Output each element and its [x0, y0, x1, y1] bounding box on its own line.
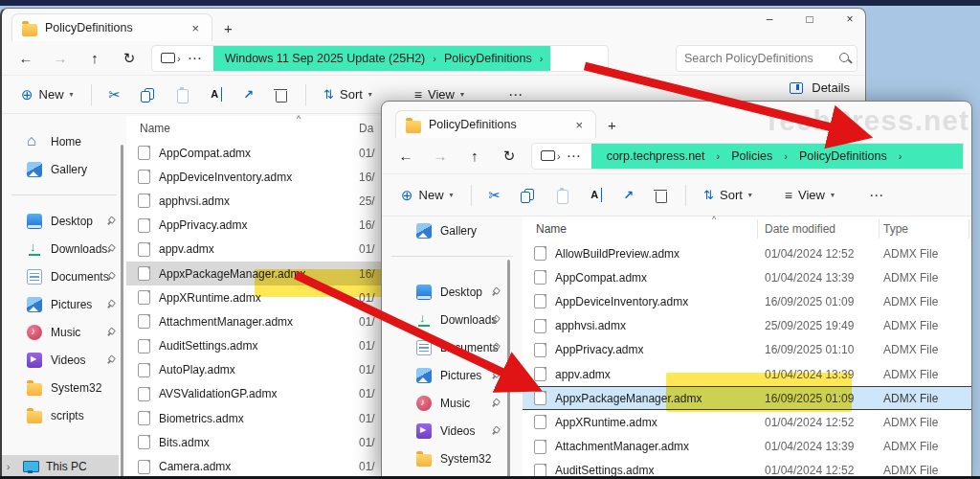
up-icon[interactable]: ↑ — [458, 148, 491, 164]
search-input[interactable] — [684, 52, 838, 65]
address-bar[interactable]: › ⋯ corp.techpress.net › Policies › Poli… — [531, 143, 964, 170]
breadcrumb-segment[interactable]: PolicyDefinitions — [790, 149, 897, 163]
new-tab-button[interactable]: + — [224, 20, 233, 36]
sidebar-item-icon — [27, 214, 42, 229]
breadcrumb-overflow-icon[interactable]: ⋯ — [183, 50, 208, 67]
column-header-date[interactable]: Date modified — [765, 222, 883, 236]
delete-button[interactable] — [645, 180, 676, 211]
back-icon[interactable]: ← — [390, 148, 422, 164]
rename-button[interactable] — [581, 180, 612, 211]
breadcrumb-segment[interactable]: corp.techpress.net — [597, 149, 715, 163]
tab-close-icon[interactable]: × — [189, 21, 202, 35]
sidebar-item[interactable]: Pictures — [382, 361, 523, 389]
sidebar-item[interactable]: scripts — [2, 401, 126, 429]
sidebar-item-this-pc[interactable]: › This PC — [2, 455, 119, 478]
sidebar-item[interactable]: Desktop — [2, 207, 126, 235]
sidebar-item-icon — [416, 368, 432, 383]
chevron-right-icon[interactable]: › — [7, 462, 10, 472]
up-icon[interactable]: ↑ — [78, 50, 111, 66]
column-header-name[interactable]: Name — [523, 222, 765, 236]
minimize-button[interactable]: – — [762, 12, 777, 26]
sidebar-item-icon — [27, 269, 42, 285]
this-pc-icon[interactable] — [540, 148, 555, 164]
scrollbar[interactable] — [121, 145, 123, 478]
breadcrumb-segment[interactable]: PolicyDefinitions — [438, 52, 538, 65]
sidebar-item[interactable]: Music — [382, 389, 523, 417]
copy-button[interactable] — [512, 180, 543, 211]
tab-strip: PolicyDefinitions × + — [382, 102, 971, 138]
sidebar-item[interactable]: Documents — [2, 262, 126, 290]
back-icon[interactable]: ← — [10, 50, 42, 66]
refresh-icon[interactable]: ↻ — [493, 148, 525, 165]
chevron-down-icon: ▾ — [460, 90, 464, 99]
tab-policydefinitions[interactable]: PolicyDefinitions × — [395, 110, 596, 138]
refresh-icon[interactable]: ↻ — [113, 50, 145, 67]
new-button[interactable]: ⊕ New ▾ — [13, 80, 81, 110]
breadcrumb-overflow-icon[interactable]: ⋯ — [563, 148, 586, 165]
file-row[interactable]: AppXRuntime.admx 01/04/2024 12:52 ADMX F… — [523, 410, 971, 434]
this-pc-icon[interactable] — [160, 51, 175, 66]
address-bar[interactable]: › ⋯ Windows 11 Sep 2025 Update (25H2) › … — [151, 45, 609, 72]
file-row[interactable]: apphvsi.admx 25/09/2025 19:49 ADMX File — [523, 314, 971, 338]
sort-button[interactable]: ⇅ Sort ▾ — [316, 80, 380, 110]
sidebar-item-label: Downloads — [51, 242, 107, 256]
close-button[interactable]: × — [842, 12, 858, 26]
sort-ascending-icon: ^ — [297, 114, 301, 124]
paste-button[interactable] — [546, 180, 577, 211]
paste-button[interactable] — [167, 80, 197, 110]
new-tab-button[interactable]: + — [608, 117, 616, 133]
share-button[interactable]: ↗ — [615, 180, 641, 211]
yellow-highlight-annotation — [666, 373, 852, 412]
sidebar-item[interactable]: Desktop — [382, 278, 523, 306]
sidebar-item[interactable]: Gallery — [382, 217, 523, 244]
breadcrumb-segment[interactable]: Windows 11 Sep 2025 Update (25H2) — [219, 52, 432, 65]
forward-icon[interactable]: → — [44, 50, 77, 66]
chevron-right-icon[interactable]: › — [175, 53, 183, 64]
maximize-button[interactable]: □ — [802, 12, 817, 26]
sidebar-item-label: Home — [51, 135, 81, 148]
chevron-right-icon[interactable]: › — [555, 150, 563, 162]
more-button[interactable]: ⋯ — [861, 180, 892, 211]
cut-button[interactable]: ✂ — [481, 180, 509, 211]
sidebar-item[interactable]: System32 — [2, 374, 126, 401]
cut-button[interactable]: ✂ — [101, 80, 129, 110]
sidebar-item[interactable]: Documents — [382, 333, 523, 361]
sidebar-item[interactable]: Downloads — [382, 306, 523, 333]
sidebar-item[interactable]: Gallery — [2, 155, 126, 183]
forward-icon[interactable]: → — [424, 148, 457, 164]
file-row[interactable]: AppPrivacy.admx 16/09/2025 01:10 ADMX Fi… — [523, 338, 971, 362]
tab-close-icon[interactable]: × — [572, 118, 586, 132]
tab-policydefinitions[interactable]: PolicyDefinitions × — [11, 13, 212, 41]
column-header-type[interactable]: Type — [883, 222, 971, 236]
file-row[interactable]: AttachmentManager.admx 01/04/2024 13:39 … — [523, 435, 971, 459]
sidebar-item-label: Pictures — [440, 369, 481, 382]
sidebar-item-icon — [416, 396, 432, 411]
sidebar-item[interactable]: Home — [2, 127, 126, 155]
sidebar-item[interactable]: System32 — [382, 445, 523, 472]
delete-button[interactable] — [265, 80, 296, 110]
new-button[interactable]: ⊕ New ▾ — [393, 180, 461, 211]
breadcrumb-segment[interactable]: Policies — [722, 149, 782, 163]
file-row[interactable]: AllowBuildPreview.admx 01/04/2024 12:52 … — [523, 241, 971, 265]
file-icon — [138, 170, 150, 184]
sidebar-item[interactable]: Videos — [2, 346, 126, 374]
sort-button[interactable]: ⇅ Sort ▾ — [696, 180, 760, 211]
file-icon — [138, 290, 150, 305]
copy-button[interactable] — [132, 80, 163, 110]
view-button[interactable]: ≡ View ▾ — [777, 180, 842, 211]
search-icon — [838, 52, 852, 65]
sidebar-item[interactable]: Videos — [382, 417, 523, 445]
share-button[interactable]: ↗ — [235, 80, 261, 110]
file-row[interactable]: AppCompat.admx 01/04/2024 13:39 ADMX Fil… — [523, 265, 971, 289]
file-row[interactable]: AppDeviceInventory.admx 16/09/2025 01:09… — [523, 289, 971, 313]
sidebar-item[interactable]: Downloads — [2, 235, 126, 262]
scrollbar[interactable] — [507, 260, 510, 478]
sidebar-item[interactable]: Music — [2, 318, 126, 346]
column-header-name[interactable]: Name — [126, 122, 359, 135]
search-box[interactable] — [676, 45, 858, 72]
rename-button[interactable] — [201, 80, 232, 110]
sidebar-item-icon — [27, 383, 42, 396]
new-label: New — [419, 188, 444, 202]
details-button[interactable]: Details — [790, 80, 850, 95]
sidebar-item[interactable]: Pictures — [2, 290, 126, 318]
